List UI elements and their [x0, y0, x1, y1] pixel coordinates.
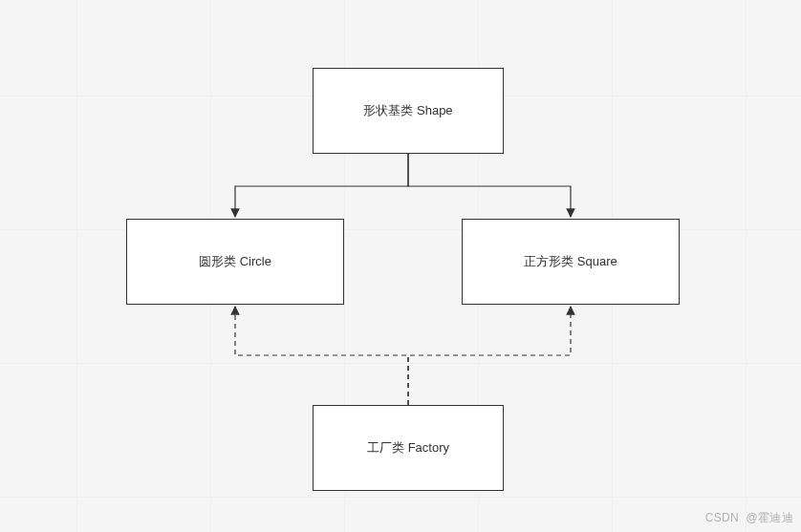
edge-factory-to-square: [408, 307, 571, 405]
node-circle: 圆形类 Circle: [126, 219, 344, 305]
node-shape-label: 形状基类 Shape: [363, 102, 452, 119]
node-circle-label: 圆形类 Circle: [199, 253, 271, 270]
watermark: CSDN @霍迪迪: [705, 510, 793, 526]
edge-shape-to-square: [408, 154, 571, 217]
node-factory: 工厂类 Factory: [313, 405, 504, 491]
edge-factory-to-circle: [235, 307, 408, 405]
node-shape-base: 形状基类 Shape: [313, 68, 504, 154]
node-square-label: 正方形类 Square: [524, 253, 617, 270]
edge-shape-to-circle: [235, 154, 408, 217]
watermark-author: @霍迪迪: [747, 511, 793, 524]
node-square: 正方形类 Square: [462, 219, 680, 305]
node-factory-label: 工厂类 Factory: [367, 439, 449, 457]
watermark-prefix: CSDN: [705, 511, 739, 524]
